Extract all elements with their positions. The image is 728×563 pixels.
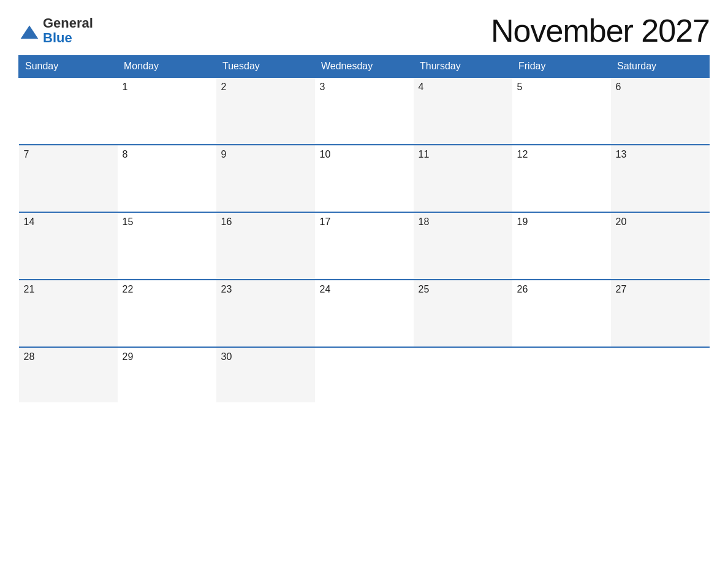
calendar-week-row: 123456 — [19, 77, 710, 145]
table-row: 12 — [512, 145, 611, 212]
day-number: 13 — [616, 149, 627, 159]
table-row: 28 — [19, 347, 118, 402]
day-number: 27 — [616, 284, 627, 294]
table-row: 17 — [315, 212, 414, 280]
col-wednesday: Wednesday — [315, 56, 414, 78]
calendar-table: Sunday Monday Tuesday Wednesday Thursday… — [18, 55, 710, 402]
col-thursday: Thursday — [414, 56, 512, 78]
day-number: 30 — [221, 351, 232, 362]
day-number: 18 — [419, 216, 430, 227]
day-number: 3 — [320, 82, 325, 92]
table-row: 25 — [414, 280, 512, 347]
table-row: 26 — [512, 280, 611, 347]
day-number: 16 — [221, 216, 232, 227]
day-number: 12 — [517, 149, 528, 159]
col-sunday: Sunday — [19, 56, 118, 78]
col-monday: Monday — [118, 56, 216, 78]
day-number: 28 — [24, 351, 35, 362]
table-row: 30 — [216, 347, 315, 402]
logo-icon — [18, 23, 40, 45]
col-tuesday: Tuesday — [216, 56, 315, 78]
calendar-header-row: Sunday Monday Tuesday Wednesday Thursday… — [19, 56, 710, 78]
table-row: 19 — [512, 212, 611, 280]
day-number: 4 — [419, 82, 424, 92]
day-number: 25 — [419, 284, 430, 294]
logo-text: General Blue — [43, 16, 93, 45]
col-friday: Friday — [512, 56, 611, 78]
table-row: 15 — [118, 212, 216, 280]
day-number: 8 — [123, 149, 128, 159]
table-row: 7 — [19, 145, 118, 212]
day-number: 24 — [320, 284, 331, 294]
day-number: 19 — [517, 216, 528, 227]
table-row: 2 — [216, 77, 315, 145]
day-number: 29 — [123, 351, 134, 362]
table-row: 27 — [611, 280, 710, 347]
month-title: November 2027 — [491, 12, 710, 49]
table-row: 10 — [315, 145, 414, 212]
day-number: 20 — [616, 216, 627, 227]
day-number: 23 — [221, 284, 232, 294]
day-number: 26 — [517, 284, 528, 294]
logo: General Blue — [18, 16, 93, 45]
day-number: 11 — [419, 149, 430, 159]
table-row — [19, 77, 118, 145]
day-number: 21 — [24, 284, 35, 294]
table-row: 18 — [414, 212, 512, 280]
table-row: 4 — [414, 77, 512, 145]
table-row — [611, 347, 710, 402]
day-number: 9 — [221, 149, 227, 159]
table-row — [414, 347, 512, 402]
table-row: 29 — [118, 347, 216, 402]
day-number: 1 — [123, 82, 128, 92]
table-row: 23 — [216, 280, 315, 347]
day-number: 14 — [24, 216, 35, 227]
day-number: 2 — [221, 82, 227, 92]
table-row: 8 — [118, 145, 216, 212]
table-row: 11 — [414, 145, 512, 212]
day-number: 7 — [24, 149, 29, 159]
table-row: 3 — [315, 77, 414, 145]
calendar-week-row: 14151617181920 — [19, 212, 710, 280]
table-row: 6 — [611, 77, 710, 145]
table-row — [512, 347, 611, 402]
calendar-week-row: 282930 — [19, 347, 710, 402]
logo-blue: Blue — [43, 31, 72, 45]
table-row — [315, 347, 414, 402]
day-number: 22 — [123, 284, 134, 294]
page-header: General Blue November 2027 — [18, 12, 710, 49]
table-row: 24 — [315, 280, 414, 347]
table-row: 9 — [216, 145, 315, 212]
table-row: 5 — [512, 77, 611, 145]
table-row: 21 — [19, 280, 118, 347]
col-saturday: Saturday — [611, 56, 710, 78]
table-row: 20 — [611, 212, 710, 280]
calendar-week-row: 78910111213 — [19, 145, 710, 212]
table-row: 1 — [118, 77, 216, 145]
day-number: 17 — [320, 216, 331, 227]
calendar-week-row: 21222324252627 — [19, 280, 710, 347]
day-number: 10 — [320, 149, 331, 159]
table-row: 22 — [118, 280, 216, 347]
day-number: 15 — [123, 216, 134, 227]
table-row: 14 — [19, 212, 118, 280]
day-number: 5 — [517, 82, 523, 92]
logo-general: General — [43, 16, 93, 31]
day-number: 6 — [616, 82, 621, 92]
table-row: 13 — [611, 145, 710, 212]
svg-marker-0 — [21, 26, 39, 39]
table-row: 16 — [216, 212, 315, 280]
